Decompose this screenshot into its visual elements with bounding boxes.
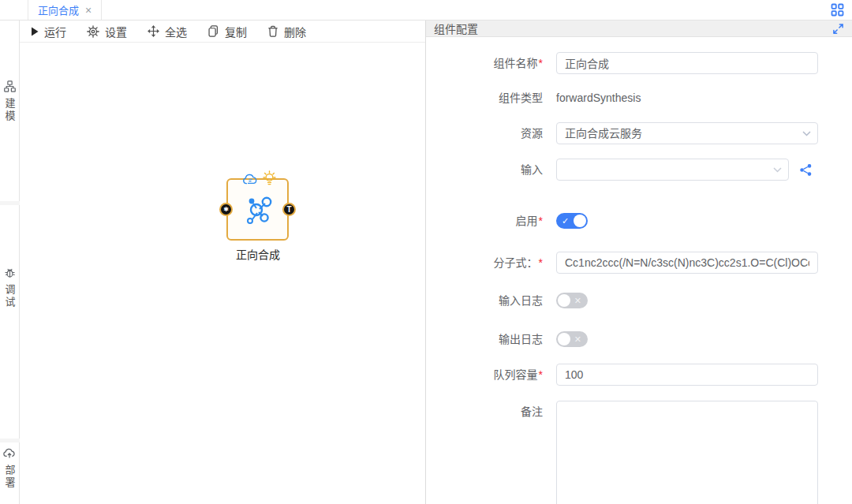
- resource-select-value: 正向合成云服务: [565, 127, 642, 140]
- canvas-toolbar: 运行 设置 全选: [20, 21, 425, 43]
- tab-forward-synthesis[interactable]: 正向合成 ×: [28, 0, 102, 20]
- field-label: 备注: [521, 405, 543, 418]
- copy-icon: [207, 25, 219, 37]
- component-name-input[interactable]: [556, 52, 818, 74]
- field-label: 队列容量: [494, 368, 538, 381]
- apps-grid-icon[interactable]: [831, 0, 844, 20]
- field-label: 启用: [516, 215, 538, 227]
- sidebar-item-label: 建模: [2, 98, 17, 123]
- chevron-down-icon: [802, 131, 811, 136]
- field-queue-capacity: 队列容量*: [426, 364, 852, 386]
- gear-icon: [87, 25, 99, 38]
- play-icon: [31, 27, 39, 36]
- toggle-knob: [574, 215, 586, 227]
- field-label: 输入: [521, 163, 543, 176]
- left-sidebar: 建模 调试: [0, 21, 20, 504]
- field-input: 输入: [426, 159, 852, 181]
- field-label: 输出日志: [499, 333, 543, 345]
- output-log-toggle[interactable]: ✕: [556, 331, 588, 347]
- config-form: 组件名称* 组件类型 forwardSynthesis 资源 正向合成云服务: [426, 37, 852, 504]
- canvas-column: 运行 设置 全选: [20, 21, 426, 504]
- input-log-toggle[interactable]: ✕: [556, 293, 588, 308]
- delete-label: 删除: [284, 24, 306, 39]
- share-icon[interactable]: [799, 163, 813, 177]
- x-icon: ✕: [574, 331, 581, 347]
- tab-bar: 正向合成 ×: [0, 0, 852, 21]
- copy-label: 复制: [225, 24, 247, 39]
- chevron-down-icon: [773, 167, 782, 173]
- cloud-upload-icon: [3, 447, 16, 459]
- trash-icon: [267, 25, 278, 37]
- enabled-toggle[interactable]: ✓: [556, 213, 588, 229]
- required-mark: *: [539, 368, 543, 381]
- field-input-log: 输入日志 ✕: [426, 289, 852, 312]
- sidebar-item-debug[interactable]: 调试: [2, 267, 17, 309]
- sidebar-item-deploy[interactable]: 部署: [2, 447, 17, 490]
- field-output-log: 输出日志 ✕: [426, 328, 852, 350]
- field-component-name: 组件名称*: [426, 52, 852, 74]
- panel-title: 组件配置: [434, 21, 478, 36]
- workflow-canvas[interactable]: ✱ T 正向合成: [20, 43, 425, 504]
- field-component-type: 组件类型 forwardSynthesis: [426, 87, 852, 109]
- required-mark: *: [539, 215, 543, 227]
- field-enabled: 启用* ✓: [426, 210, 852, 232]
- required-mark: *: [539, 57, 543, 69]
- bug-icon: [4, 267, 16, 278]
- run-button[interactable]: 运行: [31, 24, 66, 39]
- component-type-value: forwardSynthesis: [556, 87, 641, 109]
- node-label: 正向合成: [195, 246, 321, 262]
- check-icon: ✓: [562, 213, 569, 229]
- field-label: 组件类型: [499, 91, 543, 104]
- select-all-button[interactable]: 全选: [148, 24, 187, 39]
- sidebar-item-modeling[interactable]: 建模: [2, 80, 17, 123]
- required-mark: *: [539, 256, 543, 269]
- toggle-knob: [558, 294, 570, 307]
- cloud-icon: [242, 174, 260, 186]
- tab-close-icon[interactable]: ×: [85, 5, 92, 16]
- field-label: 输入日志: [499, 294, 543, 307]
- settings-label: 设置: [105, 24, 127, 39]
- toggle-knob: [558, 333, 570, 345]
- asterisk-port-glyph: ✱: [223, 206, 229, 213]
- component-config-panel: 组件配置 组件名称* 组件类型 forwardSynthesis 资源: [426, 21, 852, 504]
- bulb-icon: [263, 170, 276, 186]
- node-input-port[interactable]: ✱: [219, 203, 233, 216]
- run-label: 运行: [44, 24, 66, 39]
- move-cross-icon: [148, 25, 159, 37]
- t-port-glyph: T: [286, 205, 291, 214]
- sitemap-icon: [4, 80, 16, 92]
- queue-capacity-input[interactable]: [556, 364, 818, 386]
- expand-icon[interactable]: [832, 23, 844, 35]
- input-select[interactable]: [556, 159, 789, 181]
- copy-button[interactable]: 复制: [207, 24, 247, 39]
- tab-title: 正向合成: [38, 2, 79, 17]
- formula-input[interactable]: [556, 252, 818, 274]
- field-resource: 资源 正向合成云服务: [426, 122, 852, 144]
- sidebar-group-modeling: 建模: [0, 21, 20, 201]
- molecule-icon: [241, 192, 275, 227]
- x-icon: ✕: [574, 293, 581, 308]
- delete-button[interactable]: 删除: [267, 24, 306, 39]
- panel-header: 组件配置: [426, 21, 852, 37]
- node-output-port[interactable]: T: [282, 203, 296, 216]
- select-all-label: 全选: [165, 24, 187, 39]
- field-formula: 分子式：*: [426, 252, 852, 274]
- sidebar-item-label: 部署: [2, 465, 17, 490]
- field-label: 组件名称: [494, 57, 538, 69]
- field-remark: 备注: [426, 401, 852, 504]
- field-label: 资源: [521, 127, 543, 140]
- settings-button[interactable]: 设置: [87, 24, 127, 39]
- sidebar-group-deploy: 部署: [0, 442, 20, 504]
- resource-select[interactable]: 正向合成云服务: [556, 122, 818, 144]
- sidebar-group-debug: 调试: [0, 205, 20, 439]
- remark-textarea[interactable]: [556, 401, 818, 504]
- field-label: 分子式：: [494, 256, 538, 269]
- node-badges: [242, 170, 276, 186]
- node-forward-synthesis[interactable]: ✱ T: [226, 178, 289, 241]
- sidebar-item-label: 调试: [2, 284, 17, 309]
